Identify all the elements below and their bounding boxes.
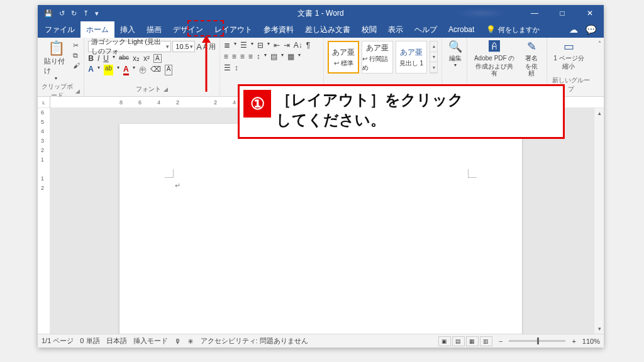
sort-button[interactable]: A↓ <box>294 41 303 50</box>
request-sign-button[interactable]: ✎署名を依頼 <box>520 39 543 77</box>
zoom-slider[interactable] <box>509 340 565 342</box>
status-bar: 1/1 ページ 0 単語 日本語 挿入モード 🎙 ⛯ アクセシビリティ: 問題あ… <box>38 334 604 348</box>
print-layout-button[interactable]: ▤ <box>452 336 465 346</box>
align-justify-button[interactable]: ≡ <box>248 52 253 61</box>
show-marks-button[interactable]: ¶ <box>306 41 310 50</box>
tab-mailings[interactable]: 差し込み文書 <box>299 21 356 38</box>
scroll-up-icon[interactable]: ▴ <box>594 108 604 118</box>
vertical-scrollbar[interactable]: ▴ ▾ <box>594 108 604 334</box>
font-size-combo[interactable]: 10.5 <box>172 41 195 52</box>
tab-review[interactable]: 校閲 <box>356 21 382 38</box>
close-button[interactable]: ✕ <box>576 5 604 21</box>
document-area: 6 5 4 3 2 1 1 2 ↵ ▴ ▾ <box>38 108 604 334</box>
bulb-icon: 💡 <box>486 25 496 34</box>
clipboard-launcher-icon[interactable]: ◢ <box>75 88 80 94</box>
shading-button[interactable]: ▤ <box>270 52 277 61</box>
feedback-icon[interactable]: 💬 <box>586 25 596 35</box>
status-insert-mode[interactable]: 挿入モード <box>133 336 168 346</box>
accessibility-icon: ⛯ <box>187 337 194 345</box>
zoom-in-button[interactable]: + <box>572 337 575 345</box>
scroll-down-icon[interactable]: ▾ <box>594 324 604 334</box>
font-launcher-icon[interactable]: ◢ <box>164 86 168 92</box>
font-color-button[interactable]: A <box>123 65 129 75</box>
text-direction-button[interactable]: ↕ <box>235 63 238 72</box>
enclose-char-button[interactable]: ㊥ <box>139 65 147 75</box>
format-painter-icon[interactable]: 🖌 <box>73 62 80 69</box>
vertical-ruler[interactable]: 6 5 4 3 2 1 1 2 <box>38 108 50 334</box>
tab-insert[interactable]: 挿入 <box>114 21 141 38</box>
tab-layout[interactable]: レイアウト <box>209 21 258 38</box>
adobe-pdf-button[interactable]: 🅰Adobe PDF の作成および共有 <box>471 39 518 77</box>
adobe-pdf-icon: 🅰 <box>489 41 500 53</box>
editing-button[interactable]: 🔍編集▾ <box>446 39 465 69</box>
zoom-value[interactable]: 110% <box>582 337 600 345</box>
bullets-button[interactable]: ≣ <box>224 41 230 50</box>
margin-corner-tl <box>165 169 174 178</box>
tab-acrobat[interactable]: Acrobat <box>443 21 480 38</box>
clear-format-button[interactable]: ⌫ <box>150 65 161 75</box>
tab-file[interactable]: ファイル <box>39 21 80 38</box>
indent-dec-button[interactable]: ⇤ <box>274 41 280 50</box>
style-heading1[interactable]: あア亜 見出し 1 <box>396 41 427 74</box>
copy-icon[interactable]: ⧉ <box>73 52 80 60</box>
align-center-button[interactable]: ≡ <box>232 52 236 61</box>
tab-references[interactable]: 参考資料 <box>258 21 299 38</box>
read-mode-button[interactable]: ▦ <box>466 336 479 346</box>
ribbon-collapse-icon[interactable]: ˄ <box>595 38 604 96</box>
styles-scroll[interactable]: ▴▾▾ <box>430 41 438 74</box>
font-name-combo[interactable]: 游ゴシック Light (見出しのフォ <box>88 41 171 52</box>
group-clipboard: 📋 貼り付け ▾ ✂ ⧉ 🖌 クリップボード◢ <box>38 38 84 96</box>
status-page[interactable]: 1/1 ページ <box>42 336 74 346</box>
highlight-button[interactable]: ab <box>104 65 113 75</box>
svg-marker-1 <box>202 35 211 43</box>
paragraph-mark-icon: ↵ <box>175 182 180 190</box>
text-effects-button[interactable]: A <box>88 65 94 75</box>
margin-corner-tr <box>468 169 477 178</box>
tell-me-search[interactable]: 💡 何をしますか <box>480 21 546 38</box>
focus-view-button[interactable]: ▣ <box>438 336 451 346</box>
numbering-button[interactable]: ☰ <box>240 41 247 50</box>
user-account[interactable] <box>457 9 507 18</box>
align-left-button[interactable]: ≡ <box>224 52 228 61</box>
tell-me-label: 何をしますか <box>498 25 540 35</box>
zoom-out-button[interactable]: − <box>499 337 502 345</box>
multilevel-button[interactable]: ⊟ <box>257 41 264 50</box>
indent-inc-button[interactable]: ⇥ <box>284 41 290 50</box>
font-label: フォント <box>136 85 161 94</box>
status-accessibility[interactable]: アクセシビリティ: 問題ありません <box>201 336 308 346</box>
share-icon[interactable]: ☁ <box>569 25 578 35</box>
distribute-button[interactable]: ☰ <box>224 63 231 72</box>
autosave-icon[interactable]: ⤒ <box>83 9 89 18</box>
record-icon[interactable]: 🎙 <box>174 337 181 345</box>
tab-home[interactable]: ホーム <box>80 21 114 38</box>
maximize-button[interactable]: □ <box>548 5 576 21</box>
style-nospacing[interactable]: あア亜 ↩ 行間詰め <box>362 41 393 74</box>
tab-draw[interactable]: 描画 <box>141 21 167 38</box>
style-normal[interactable]: あア亜 ↩ 標準 <box>328 41 359 74</box>
view-buttons: ▣ ▤ ▦ ▥ <box>438 336 492 346</box>
line-spacing-button[interactable]: ↕ <box>257 52 260 61</box>
paste-button[interactable]: 📋 貼り付け ▾ <box>42 39 70 82</box>
status-words[interactable]: 0 単語 <box>80 336 99 346</box>
char-shade-button[interactable]: A <box>165 65 173 75</box>
tab-help[interactable]: ヘルプ <box>409 21 443 38</box>
qat-more-icon[interactable]: ▾ <box>95 9 99 18</box>
shrink-one-page-button[interactable]: ▭1 ページ分縮小 <box>551 39 586 70</box>
cut-icon[interactable]: ✂ <box>73 41 80 50</box>
annotation-arrow-icon <box>200 35 213 92</box>
status-language[interactable]: 日本語 <box>106 336 127 346</box>
paste-label: 貼り付け <box>44 57 68 75</box>
web-layout-button[interactable]: ▥ <box>480 336 492 346</box>
tab-view[interactable]: 表示 <box>382 21 409 38</box>
tab-selector[interactable]: L <box>38 97 50 108</box>
page[interactable]: ↵ <box>119 124 522 334</box>
undo-icon[interactable]: ↺ <box>59 9 65 18</box>
align-right-button[interactable]: ≡ <box>240 52 245 61</box>
save-icon[interactable]: 💾 <box>44 9 53 18</box>
redo-icon[interactable]: ↻ <box>71 9 77 18</box>
annotation-step-number: ① <box>243 90 271 118</box>
annotation-callout: ① ［レイアウト］をクリック してください。 <box>238 84 565 139</box>
minimize-button[interactable]: — <box>521 5 548 21</box>
borders-button[interactable]: ▦ <box>287 52 294 61</box>
document-canvas[interactable]: ↵ <box>50 108 594 334</box>
